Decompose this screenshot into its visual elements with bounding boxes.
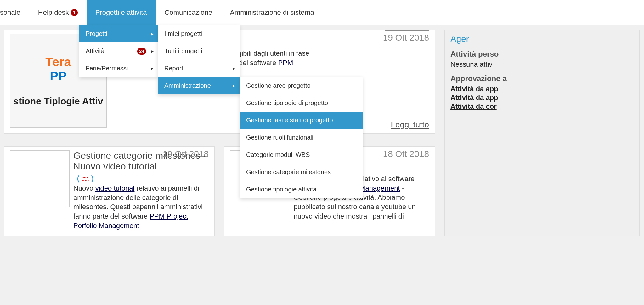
read-more-link[interactable]: Leggi tutto	[391, 120, 429, 130]
video-tutorial-link[interactable]: video tutorial	[95, 184, 135, 192]
menu-all-projects[interactable]: Tutti i progetti	[158, 42, 240, 60]
menu-phases[interactable]: Gestione fasi e stati di progetto	[240, 112, 363, 129]
menu-projects[interactable]: Progetti	[79, 25, 158, 42]
nav-item-label: Help desk	[38, 8, 69, 17]
sidebar-text: Nessuna attiv	[450, 60, 634, 69]
news-date: 19 Ott 2018	[383, 33, 429, 43]
menu-activitytypes[interactable]: Gestione tipologie attivita	[240, 181, 363, 198]
svg-text:NEWS: NEWS	[82, 179, 89, 182]
menu-report[interactable]: Report	[158, 60, 240, 77]
activities-badge: 24	[137, 48, 146, 55]
nav-item-comms[interactable]: Comunicazione	[156, 0, 221, 25]
menu-my-projects[interactable]: I miei progetti	[158, 25, 240, 42]
menu-types[interactable]: Gestione tipologie di progetto	[240, 94, 363, 112]
nav-item-helpdesk[interactable]: Help desk 1	[29, 0, 87, 25]
news-date: 18 Ott 2018	[383, 149, 429, 159]
top-nav: sonale Help desk 1 Progetti e attività C…	[0, 0, 644, 25]
menu-wbs[interactable]: Categorie moduli WBS	[240, 146, 363, 164]
nav-item-sysadmin[interactable]: Amministrazione di sistema	[221, 0, 323, 25]
menu-label: Ferie/Permessi	[86, 65, 128, 72]
menu-admin[interactable]: Amministrazione	[158, 77, 240, 94]
sidebar-link[interactable]: Attività da app	[450, 85, 634, 93]
dropdown-level2: I miei progetti Tutti i progetti Report …	[158, 25, 240, 94]
menu-activities[interactable]: Attività 24	[79, 42, 158, 60]
dropdown-level1: Progetti Attività 24 Ferie/Permessi	[79, 25, 158, 77]
menu-roles[interactable]: Gestione ruoli funzionali	[240, 129, 363, 146]
menu-areas[interactable]: Gestione aree progetto	[240, 77, 363, 94]
menu-label: Attività	[86, 47, 105, 55]
dropdown-level3: Gestione aree progetto Gestione tipologi…	[240, 77, 363, 198]
menu-label: Amministrazione	[164, 82, 211, 89]
ppm-link[interactable]: PPM	[278, 59, 293, 67]
news-date: 19 Ott 2018	[163, 149, 209, 159]
svg-text:SITE: SITE	[82, 176, 88, 179]
helpdesk-badge: 1	[71, 9, 78, 16]
nav-item-projects[interactable]: Progetti e attività	[87, 0, 156, 25]
news-card: 19 Ott 2018 Gestione categorie milestone…	[4, 146, 215, 236]
menu-label: Progetti	[86, 30, 107, 37]
sidebar-section-title: Approvazione a	[450, 74, 634, 83]
nav-item-personal[interactable]: sonale	[0, 0, 29, 25]
menu-label: Report	[164, 65, 183, 72]
sidebar-title: Ager	[450, 34, 634, 44]
agenda-sidebar: Ager Attività perso Nessuna attiv Approv…	[444, 30, 640, 236]
news-text: Nuovo video tutorial relativo ai pannell…	[73, 184, 209, 230]
menu-vacation[interactable]: Ferie/Permessi	[79, 60, 158, 77]
sidebar-link[interactable]: Attività da app	[450, 94, 634, 102]
site-news-icon: SITE NEWS	[76, 174, 95, 184]
sidebar-link[interactable]: Attività da cor	[450, 103, 634, 111]
sidebar-section-title: Attività perso	[450, 50, 634, 58]
news-thumbnail[interactable]	[10, 150, 70, 207]
menu-milestones[interactable]: Gestione categorie milestones	[240, 164, 363, 181]
